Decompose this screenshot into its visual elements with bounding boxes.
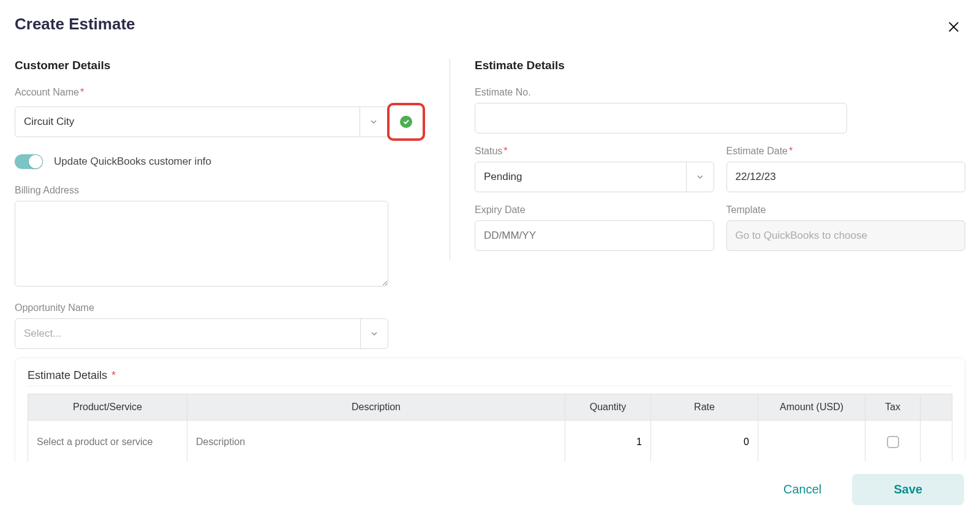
table-row bbox=[28, 421, 952, 463]
page-title: Create Estimate bbox=[15, 15, 135, 34]
status-value: Pending bbox=[484, 171, 522, 183]
update-quickbooks-label: Update QuickBooks customer info bbox=[54, 156, 211, 168]
close-icon bbox=[947, 20, 960, 34]
estimate-date-label: Estimate Date* bbox=[726, 146, 966, 157]
estimate-number-label: Estimate No. bbox=[475, 87, 965, 98]
template-input-disabled: Go to QuickBooks to choose bbox=[726, 220, 966, 251]
col-quantity: Quantity bbox=[565, 394, 651, 421]
update-quickbooks-toggle[interactable] bbox=[15, 154, 43, 169]
estimate-number-input[interactable] bbox=[475, 103, 847, 133]
estimate-details-heading: Estimate Details bbox=[475, 59, 965, 72]
col-actions bbox=[921, 394, 952, 421]
col-amount: Amount (USD) bbox=[758, 394, 865, 421]
opportunity-name-select[interactable]: Select... bbox=[15, 318, 388, 349]
product-service-input[interactable] bbox=[28, 421, 187, 463]
opportunity-placeholder: Select... bbox=[24, 328, 61, 340]
chevron-down-icon bbox=[360, 319, 379, 348]
expiry-date-input[interactable] bbox=[475, 220, 714, 251]
col-description: Description bbox=[187, 394, 565, 421]
chevron-down-icon bbox=[686, 162, 705, 192]
col-product-service: Product/Service bbox=[28, 394, 187, 421]
tax-checkbox[interactable] bbox=[887, 436, 899, 448]
col-tax: Tax bbox=[865, 394, 921, 421]
expiry-date-label: Expiry Date bbox=[475, 204, 714, 216]
verify-account-button[interactable] bbox=[387, 103, 425, 141]
customer-details-heading: Customer Details bbox=[15, 59, 425, 72]
check-circle-icon bbox=[400, 116, 412, 128]
opportunity-name-label: Opportunity Name bbox=[15, 302, 425, 313]
estimate-date-input[interactable] bbox=[726, 162, 966, 192]
account-name-label: Account Name* bbox=[15, 87, 425, 98]
account-name-select[interactable]: Circuit City bbox=[15, 107, 388, 137]
template-label: Template bbox=[726, 204, 966, 216]
status-label: Status* bbox=[475, 146, 714, 157]
line-items-table: Product/Service Description Quantity Rat… bbox=[28, 394, 952, 463]
billing-address-input[interactable] bbox=[15, 201, 388, 287]
save-button[interactable]: Save bbox=[852, 474, 964, 505]
quantity-input[interactable] bbox=[565, 421, 650, 463]
status-select[interactable]: Pending bbox=[475, 162, 714, 192]
account-name-value: Circuit City bbox=[24, 116, 74, 128]
amount-input[interactable] bbox=[758, 421, 865, 463]
col-rate: Rate bbox=[651, 394, 758, 421]
cancel-button[interactable]: Cancel bbox=[769, 474, 836, 505]
chevron-down-icon bbox=[360, 107, 379, 137]
rate-input[interactable] bbox=[651, 421, 758, 463]
description-input[interactable] bbox=[187, 421, 565, 463]
line-items-heading: Estimate Details * bbox=[28, 369, 952, 386]
billing-address-label: Billing Address bbox=[15, 185, 425, 196]
close-button[interactable] bbox=[942, 15, 965, 42]
